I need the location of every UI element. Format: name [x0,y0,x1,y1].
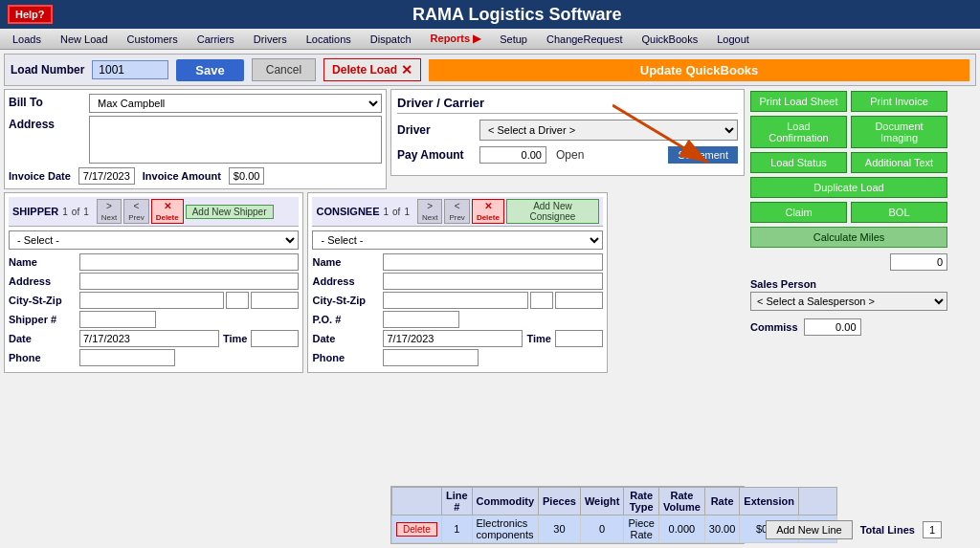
shipper-title: SHIPPER [12,206,58,217]
row-delete-button[interactable]: Delete [396,522,437,537]
shipper-name-input[interactable] [79,253,299,271]
address-textarea[interactable] [89,116,382,164]
shipper-num-label: Shipper # [9,314,76,325]
settlement-button[interactable]: Settlement [668,146,738,164]
shipper-phone-input[interactable] [79,349,175,366]
consignee-name-label: Name [312,256,379,268]
shipper-num-input[interactable] [79,311,156,328]
load-number-input[interactable] [92,60,168,79]
pay-amount-input[interactable] [479,146,546,164]
shipper-next-btn[interactable]: >Next [97,199,122,224]
driver-select[interactable]: < Select a Driver > [479,120,738,141]
col-weight-header: Weight [580,488,623,515]
shipper-name-label: Name [9,256,76,268]
navbar: Loads New Load Customers Carriers Driver… [0,29,980,50]
claim-button[interactable]: Claim [750,202,847,223]
document-imaging-button[interactable]: Document Imaging [851,116,947,148]
help-button[interactable]: Help? [8,5,53,24]
row-pieces: 30 [539,515,581,543]
app-title: RAMA Logistics Software [62,5,972,25]
print-invoice-button[interactable]: Print Invoice [851,91,947,112]
shipper-time-input[interactable] [251,330,299,347]
load-status-button[interactable]: Load Status [750,152,847,173]
nav-dispatch[interactable]: Dispatch [362,31,420,48]
duplicate-load-button[interactable]: Duplicate Load [750,177,947,198]
nav-locations[interactable]: Locations [298,31,360,48]
print-load-sheet-button[interactable]: Print Load Sheet [750,91,847,112]
col-pieces-header: Pieces [539,488,581,515]
shipper-st-input[interactable] [226,292,249,309]
row-rate-volume: 0.000 [658,515,704,543]
consignee-date-label: Date [312,333,379,344]
col-rate-type-header: Rate Type [624,488,659,515]
nav-carriers[interactable]: Carriers [189,31,243,48]
nav-setup[interactable]: Setup [491,31,536,48]
invoice-date-value: 7/17/2023 [78,167,135,185]
pay-amount-label: Pay Amount [397,148,474,162]
consignee-page: 1 [384,207,390,217]
shipper-address-label: Address [9,275,76,287]
shipper-total: 1 [83,207,89,217]
bill-to-label: Bill To [9,94,85,109]
shipper-address-input[interactable] [79,273,299,290]
cancel-button[interactable]: Cancel [252,58,316,81]
consignee-po-label: P.O. # [312,314,379,325]
shipper-date-label: Date [9,333,76,344]
invoice-date-label: Invoice Date [9,170,71,182]
col-line-header: Line # [441,488,472,515]
nav-drivers[interactable]: Drivers [245,31,296,48]
miles-input[interactable] [890,253,947,271]
col-commodity-header: Commodity [472,488,539,515]
additional-text-button[interactable]: Additional Text [851,152,947,173]
nav-customers[interactable]: Customers [119,31,187,48]
shipper-prev-btn[interactable]: <Prev [123,199,148,224]
commiss-label: Commiss [750,321,798,333]
shipper-zip-input[interactable] [251,292,299,309]
shipper-select[interactable]: - Select - [9,230,299,250]
sales-person-select[interactable]: < Select a Salesperson > [750,292,947,311]
driver-label: Driver [397,123,474,137]
invoice-amount-value: $0.00 [229,167,265,185]
shipper-city-input[interactable] [79,292,224,309]
consignee-address-label: Address [312,275,379,287]
load-confirmation-button[interactable]: Load Confirmation [750,116,847,148]
shipper-delete-btn[interactable]: ✕Delete [151,199,184,224]
consignee-city-label: City-St-Zip [312,295,379,306]
shipper-date-input[interactable] [79,330,219,347]
row-line: 1 [441,515,472,543]
sales-person-label: Sales Person [750,278,947,290]
row-weight: 0 [580,515,623,543]
load-number-label: Load Number [11,63,84,77]
bill-to-select[interactable]: Max Campbell [89,94,382,113]
nav-new-load[interactable]: New Load [52,31,117,48]
row-rate-type: Piece Rate [624,515,659,543]
total-lines-label: Total Lines [860,524,915,536]
calculate-miles-button[interactable]: Calculate Miles [750,227,947,248]
total-lines-value: 1 [923,521,942,538]
shipper-of: of [72,207,79,217]
delete-load-button[interactable]: Delete Load ✕ [323,58,421,81]
delete-x-icon: ✕ [401,62,412,77]
open-label: Open [556,148,584,162]
save-button[interactable]: Save [176,59,243,81]
shipper-city-label: City-St-Zip [9,295,76,306]
nav-loads[interactable]: Loads [4,31,50,48]
update-quickbooks-button[interactable]: Update QuickBooks [429,59,969,81]
nav-change-request[interactable]: ChangeRequest [538,31,632,48]
nav-quickbooks[interactable]: QuickBooks [633,31,706,48]
address-label: Address [9,116,85,131]
col-delete-header [392,488,442,515]
commiss-input[interactable] [804,318,861,336]
nav-reports[interactable]: Reports ▶ [422,30,490,48]
invoice-amount-label: Invoice Amount [143,170,221,182]
row-commodity: Electronics components [472,515,539,543]
shipper-add-btn[interactable]: Add New Shipper [186,205,274,219]
row-rate: 30.00 [704,515,740,543]
nav-logout[interactable]: Logout [708,31,758,48]
shipper-time-label: Time [223,333,247,344]
col-rate-header: Rate [704,488,740,515]
bol-button[interactable]: BOL [851,202,947,223]
consignee-title: CONSIGNEE [316,206,379,217]
add-new-line-button[interactable]: Add New Line [766,520,853,539]
col-rate-volume-header: Rate Volume [658,488,704,515]
